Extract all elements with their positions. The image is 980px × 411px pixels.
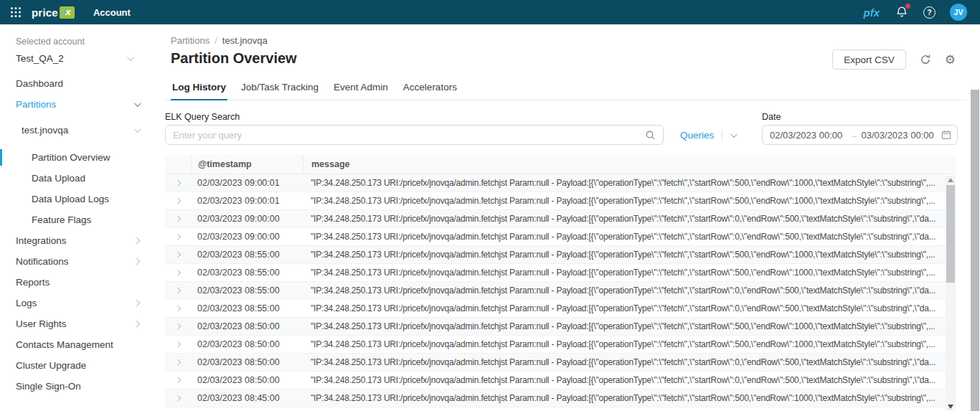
sidebar-item-contacts-management[interactable]: Contacts Management bbox=[0, 334, 152, 355]
message-cell: "IP:34.248.250.173 URI:/pricefx/jnovqa/a… bbox=[303, 214, 946, 224]
row-expander[interactable] bbox=[165, 235, 191, 239]
sidebar-item-test-jnovqa[interactable]: test.jnovqa bbox=[0, 120, 152, 141]
row-expander[interactable] bbox=[165, 342, 191, 346]
sidebar-item-notifications[interactable]: Notifications bbox=[0, 251, 152, 272]
chevron-right-icon bbox=[133, 321, 141, 328]
table-row[interactable]: 02/03/2023 08:55:00 "IP:34.248.250.173 U… bbox=[165, 282, 946, 300]
sidebar-item-label: Data Upload bbox=[32, 173, 85, 184]
avatar-initials: JV bbox=[954, 8, 963, 16]
sidebar-item-partitions[interactable]: Partitions bbox=[0, 94, 152, 115]
timestamp-cell: 02/03/2023 08:50:00 bbox=[191, 339, 303, 349]
scroll-up-arrow[interactable] bbox=[948, 178, 953, 182]
topnav-account[interactable]: Account bbox=[93, 7, 131, 18]
app-grid-icon[interactable] bbox=[10, 6, 22, 18]
notifications-button[interactable] bbox=[895, 6, 908, 19]
message-cell: "IP:34.248.250.173 URI:/pricefx/jnovqa/a… bbox=[303, 196, 946, 206]
sidebar-item-dashboard[interactable]: Dashboard bbox=[0, 73, 152, 94]
table-row[interactable]: 02/03/2023 08:55:00 "IP:34.248.250.173 U… bbox=[165, 264, 946, 282]
breadcrumb-current[interactable]: test.jnovqa bbox=[222, 35, 268, 46]
message-cell: "IP:34.248.250.173 URI:/pricefx/jnovqa/a… bbox=[303, 321, 946, 331]
sidebar-item-logs[interactable]: Logs bbox=[0, 293, 152, 313]
table-row[interactable]: 02/03/2023 08:55:00 "IP:34.248.250.173 U… bbox=[165, 300, 946, 318]
row-expander[interactable] bbox=[165, 181, 191, 185]
sidebar-item-cluster-upgrade[interactable]: Cluster Upgrade bbox=[0, 355, 152, 376]
table-body: 02/03/2023 09:00:01 "IP:34.248.250.173 U… bbox=[165, 174, 946, 407]
chevron-down-icon[interactable] bbox=[730, 131, 738, 138]
pfx-mini-logo[interactable]: pfx bbox=[864, 6, 880, 19]
timestamp-cell: 02/03/2023 08:50:00 bbox=[191, 357, 303, 367]
table-row[interactable]: 02/03/2023 08:50:00 "IP:34.248.250.173 U… bbox=[165, 372, 946, 389]
sidebar-item-feature-flags[interactable]: Feature Flags bbox=[0, 209, 152, 230]
queries-button[interactable]: Queries bbox=[680, 130, 714, 141]
table-row[interactable]: 02/03/2023 08:50:00 "IP:34.248.250.173 U… bbox=[165, 336, 946, 354]
table-row[interactable]: 02/03/2023 08:45:00 "IP:34.248.250.173 U… bbox=[165, 389, 946, 407]
sidebar-item-label: Dashboard bbox=[16, 78, 63, 89]
search-icon[interactable] bbox=[645, 130, 656, 141]
sidebar-item-partition-overview[interactable]: Partition Overview bbox=[0, 147, 152, 168]
chevron-right-icon bbox=[175, 270, 181, 275]
chevron-right-icon bbox=[175, 180, 181, 186]
scroll-down-arrow[interactable] bbox=[948, 405, 953, 409]
row-expander[interactable] bbox=[165, 306, 191, 311]
date-range-picker: 02/03/2023 00:00 → 03/03/2023 00:00 bbox=[762, 125, 958, 145]
table-row[interactable]: 02/03/2023 09:00:00 "IP:34.248.250.173 U… bbox=[165, 228, 946, 246]
sidebar-item-data-upload[interactable]: Data Upload bbox=[0, 168, 152, 189]
sidebar-item-data-upload-logs[interactable]: Data Upload Logs bbox=[0, 189, 152, 209]
table-row[interactable]: 02/03/2023 08:55:00 "IP:34.248.250.173 U… bbox=[165, 246, 946, 264]
sidebar-item-label: Feature Flags bbox=[32, 214, 91, 225]
export-csv-button[interactable]: Export CSV bbox=[832, 49, 906, 70]
tab-event-admin[interactable]: Event Admin bbox=[332, 80, 390, 100]
row-expander[interactable] bbox=[165, 270, 191, 275]
sidebar-item-label: Data Upload Logs bbox=[32, 194, 109, 204]
page-scrollbar-thumb[interactable] bbox=[971, 90, 979, 411]
help-button[interactable]: ? bbox=[923, 6, 936, 19]
row-expander[interactable] bbox=[165, 378, 191, 382]
sidebar-item-label: Logs bbox=[16, 298, 37, 308]
date-label: Date bbox=[762, 112, 781, 122]
breadcrumb-partitions[interactable]: Partitions bbox=[171, 35, 209, 46]
tab-bar: Log History Job/Task Tracking Event Admi… bbox=[165, 80, 967, 100]
selected-account-label: Selected account bbox=[16, 37, 152, 47]
row-expander[interactable] bbox=[165, 288, 191, 293]
sidebar-item-integrations[interactable]: Integrations bbox=[0, 230, 152, 251]
date-to-field[interactable]: 03/03/2023 00:00 bbox=[862, 130, 942, 141]
search-input[interactable] bbox=[173, 130, 645, 141]
message-cell: "IP:34.248.250.173 URI:/pricefx/jnovqa/a… bbox=[303, 285, 946, 296]
tab-job-task-tracking[interactable]: Job/Task Tracking bbox=[240, 80, 320, 100]
chevron-right-icon bbox=[175, 323, 181, 329]
row-expander[interactable] bbox=[165, 252, 191, 257]
sidebar-item-reports[interactable]: Reports bbox=[0, 272, 152, 293]
sidebar-item-single-sign-on[interactable]: Single Sign-On bbox=[0, 376, 152, 397]
table-row[interactable]: 02/03/2023 09:00:01 "IP:34.248.250.173 U… bbox=[165, 174, 946, 192]
table-row[interactable]: 02/03/2023 09:00:01 "IP:34.248.250.173 U… bbox=[165, 192, 946, 210]
chevron-right-icon bbox=[133, 237, 141, 245]
date-from-field[interactable]: 02/03/2023 00:00 bbox=[770, 130, 850, 141]
elk-query-label: ELK Query Search bbox=[165, 112, 240, 122]
row-expander[interactable] bbox=[165, 217, 191, 221]
timestamp-column-header: @timestamp bbox=[191, 155, 303, 174]
row-expander[interactable] bbox=[165, 199, 191, 203]
refresh-button[interactable] bbox=[920, 54, 931, 65]
timestamp-cell: 02/03/2023 09:00:01 bbox=[191, 196, 303, 206]
row-expander[interactable] bbox=[165, 360, 191, 364]
tab-log-history[interactable]: Log History bbox=[171, 80, 227, 100]
table-scrollbar bbox=[946, 176, 956, 411]
pricefx-logo[interactable]: pricefx bbox=[32, 6, 75, 19]
row-expander[interactable] bbox=[165, 324, 191, 329]
page-title: Partition Overview bbox=[171, 50, 297, 67]
tab-accelerators[interactable]: Accelerators bbox=[402, 80, 458, 100]
sidebar-item-label: Contacts Management bbox=[16, 339, 113, 350]
table-row[interactable]: 02/03/2023 09:00:00 "IP:34.248.250.173 U… bbox=[165, 210, 946, 228]
page-scrollbar bbox=[970, 77, 980, 411]
settings-button[interactable]: ⚙ bbox=[945, 54, 956, 66]
table-scrollbar-thumb[interactable] bbox=[946, 185, 955, 283]
logo-fx-badge: fx bbox=[60, 6, 75, 19]
sidebar-item-label: Integrations bbox=[16, 235, 67, 246]
calendar-icon[interactable] bbox=[941, 130, 951, 140]
user-avatar[interactable]: JV bbox=[950, 4, 967, 21]
sidebar-item-user-rights[interactable]: User Rights bbox=[0, 313, 152, 334]
table-row[interactable]: 02/03/2023 08:50:00 "IP:34.248.250.173 U… bbox=[165, 354, 946, 372]
table-row[interactable]: 02/03/2023 08:50:00 "IP:34.248.250.173 U… bbox=[165, 318, 946, 336]
account-selector[interactable]: Test_QA_2 bbox=[16, 53, 132, 64]
row-expander[interactable] bbox=[165, 396, 191, 400]
